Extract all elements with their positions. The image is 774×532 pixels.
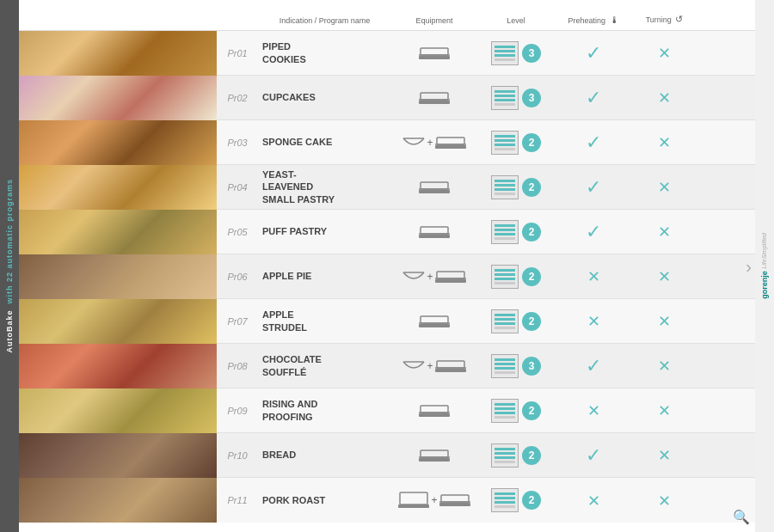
svg-rect-30 [421,450,448,457]
svg-rect-19 [435,279,466,283]
check-icon: ✓ [586,131,601,153]
sidebar-label: AutoBake with 22 automatic programs [5,179,14,353]
level-pr07: 2 [477,309,555,333]
level-pr09: 2 [477,399,555,423]
food-image-pr09 [19,388,217,433]
program-name-pr02: CUPCAKES [258,91,391,103]
turning-pr05: ✕ [632,222,697,242]
equipment-pr05 [391,223,477,241]
table-row: Pr04 YEAST-LEAVENEDSMALL PASTRY 2 ✓ ✕ [19,165,774,210]
svg-rect-7 [437,138,464,144]
check-icon: ✓ [586,355,601,376]
svg-rect-22 [419,324,450,327]
brand-tagline: LifeSimplified [761,233,767,269]
preheating-pr05: ✓ [555,221,632,243]
preheating-pr09: ✕ [555,401,632,420]
table-row: Pr07 APPLESTRUDEL 2 ✕ ✕ [19,299,774,344]
svg-rect-37 [439,503,470,506]
program-name-pr09: RISING ANDPROOFING [258,398,391,423]
svg-rect-34 [398,504,429,508]
food-image-pr04 [19,165,217,210]
main-container: AutoBake with 22 automatic programs Indi… [0,0,774,532]
preheating-pr10: ✓ [555,444,632,467]
table-row: Pr08 CHOCOLATESOUFFLÉ + 3 ✓ ✕ [19,344,774,388]
program-code-pr02: Pr02 [217,93,258,103]
check-icon: ✓ [586,42,601,64]
program-code-pr07: Pr07 [217,316,258,327]
preheating-pr01: ✓ [555,42,632,64]
next-page-button[interactable]: › [746,256,752,276]
program-code-pr04: Pr04 [217,182,258,193]
equipment-pr08: + [391,358,477,375]
table-row: Pr01 PIPEDCOOKIES 3 ✓ ✕ [19,31,774,76]
level-pr04: 2 [477,175,555,199]
svg-rect-5 [419,101,450,104]
sidebar-autobake: AutoBake [5,310,14,353]
cross-icon: ✕ [658,447,671,464]
svg-rect-33 [400,492,427,504]
turning-pr04: ✕ [632,177,697,197]
level-pr05: 2 [477,220,555,244]
turning-pr11: ✕ [632,491,697,511]
preheating-pr07: ✕ [555,311,632,331]
program-code-pr01: Pr01 [217,48,258,58]
program-name-pr10: BREAD [258,449,391,461]
equipment-pr09 [391,402,477,419]
cross-icon: ✕ [658,268,671,285]
svg-rect-29 [419,413,450,417]
level-pr08: 3 [477,354,555,378]
preheating-pr03: ✓ [555,131,632,154]
level-pr02: 3 [477,86,555,110]
food-image-pr02 [19,76,217,120]
preheating-pr06: ✕ [555,266,632,286]
check-icon: ✓ [586,444,601,466]
program-name-pr05: PUFF PASTRY [258,225,391,237]
preheating-pr08: ✓ [555,355,632,377]
program-code-pr03: Pr03 [217,138,258,148]
cross-icon: ✕ [658,179,671,196]
turning-pr07: ✕ [632,311,697,331]
svg-rect-2 [419,56,450,59]
content-area: Indication / Program name Equipment Leve… [19,0,774,532]
svg-rect-24 [437,361,464,368]
svg-rect-17 [437,272,464,278]
turning-icon: ↺ [675,14,683,24]
svg-rect-9 [435,145,466,149]
food-image-pr08 [19,344,217,388]
program-code-pr08: Pr08 [217,361,258,371]
cross-icon: ✕ [587,492,600,510]
preheating-pr02: ✓ [555,87,632,109]
food-image-pr03 [19,120,217,165]
cross-icon: ✕ [587,268,600,285]
food-image-pr01 [19,31,217,76]
program-code-pr11: Pr11 [217,495,258,505]
table-row: Pr03 SPONGE CAKE + 2 ✓ ✕ [19,120,774,165]
food-image-pr07 [19,299,217,344]
program-code-pr05: Pr05 [217,227,258,237]
turning-pr10: ✕ [632,445,697,465]
turning-pr02: ✕ [632,88,697,107]
cross-icon: ✕ [587,313,600,330]
turning-pr08: ✕ [632,356,697,376]
equipment-pr07 [391,313,477,330]
brand-area: gorenje LifeSimplified [755,0,774,532]
check-icon: ✓ [586,87,601,108]
program-name-pr08: CHOCOLATESOUFFLÉ [258,353,391,378]
sidebar: AutoBake with 22 automatic programs [0,0,19,532]
cross-icon: ✕ [658,223,671,241]
header-turning-col: Turning ↺ [632,14,697,27]
cross-icon: ✕ [658,89,671,107]
food-image-pr11 [19,478,217,523]
program-name-pr06: APPLE PIE [258,270,391,282]
table-row: Pr02 CUPCAKES 3 ✓ ✕ [19,76,774,120]
zoom-icon[interactable]: 🔍 [733,509,750,525]
cross-icon: ✕ [658,358,671,375]
svg-rect-35 [441,495,469,502]
program-name-pr04: YEAST-LEAVENEDSMALL PASTRY [258,168,391,205]
turning-pr03: ✕ [632,132,697,152]
equipment-pr01 [391,45,477,62]
svg-rect-0 [421,48,448,55]
program-name-pr07: APPLESTRUDEL [258,309,391,333]
turning-pr09: ✕ [632,401,697,420]
header-name-col: Indication / Program name [258,16,391,27]
